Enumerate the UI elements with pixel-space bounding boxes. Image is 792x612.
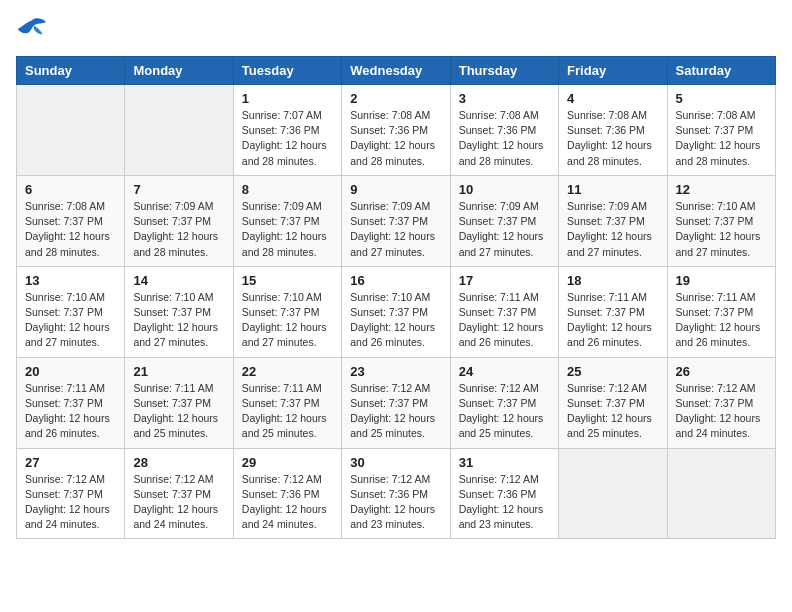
weekday-header: Tuesday xyxy=(233,57,341,85)
day-info: Sunrise: 7:10 AM Sunset: 7:37 PM Dayligh… xyxy=(133,290,224,351)
calendar-cell: 27Sunrise: 7:12 AM Sunset: 7:37 PM Dayli… xyxy=(17,448,125,539)
day-number: 5 xyxy=(676,91,767,106)
logo-icon xyxy=(16,16,48,44)
day-number: 30 xyxy=(350,455,441,470)
weekday-header: Sunday xyxy=(17,57,125,85)
calendar-table: SundayMondayTuesdayWednesdayThursdayFrid… xyxy=(16,56,776,539)
day-number: 24 xyxy=(459,364,550,379)
day-info: Sunrise: 7:08 AM Sunset: 7:36 PM Dayligh… xyxy=(567,108,658,169)
day-number: 8 xyxy=(242,182,333,197)
day-number: 23 xyxy=(350,364,441,379)
day-info: Sunrise: 7:09 AM Sunset: 7:37 PM Dayligh… xyxy=(567,199,658,260)
day-info: Sunrise: 7:08 AM Sunset: 7:36 PM Dayligh… xyxy=(459,108,550,169)
calendar-cell: 28Sunrise: 7:12 AM Sunset: 7:37 PM Dayli… xyxy=(125,448,233,539)
day-number: 2 xyxy=(350,91,441,106)
day-info: Sunrise: 7:11 AM Sunset: 7:37 PM Dayligh… xyxy=(242,381,333,442)
calendar-cell: 25Sunrise: 7:12 AM Sunset: 7:37 PM Dayli… xyxy=(559,357,667,448)
day-number: 3 xyxy=(459,91,550,106)
calendar-cell: 4Sunrise: 7:08 AM Sunset: 7:36 PM Daylig… xyxy=(559,85,667,176)
calendar-cell: 31Sunrise: 7:12 AM Sunset: 7:36 PM Dayli… xyxy=(450,448,558,539)
calendar-cell: 19Sunrise: 7:11 AM Sunset: 7:37 PM Dayli… xyxy=(667,266,775,357)
calendar-cell xyxy=(17,85,125,176)
calendar-cell: 9Sunrise: 7:09 AM Sunset: 7:37 PM Daylig… xyxy=(342,175,450,266)
day-number: 6 xyxy=(25,182,116,197)
day-number: 20 xyxy=(25,364,116,379)
day-info: Sunrise: 7:12 AM Sunset: 7:37 PM Dayligh… xyxy=(25,472,116,533)
day-info: Sunrise: 7:12 AM Sunset: 7:37 PM Dayligh… xyxy=(459,381,550,442)
day-info: Sunrise: 7:08 AM Sunset: 7:37 PM Dayligh… xyxy=(25,199,116,260)
day-number: 29 xyxy=(242,455,333,470)
day-number: 10 xyxy=(459,182,550,197)
calendar-cell: 17Sunrise: 7:11 AM Sunset: 7:37 PM Dayli… xyxy=(450,266,558,357)
logo xyxy=(16,16,52,44)
day-info: Sunrise: 7:09 AM Sunset: 7:37 PM Dayligh… xyxy=(350,199,441,260)
day-number: 22 xyxy=(242,364,333,379)
day-info: Sunrise: 7:09 AM Sunset: 7:37 PM Dayligh… xyxy=(133,199,224,260)
calendar-cell: 6Sunrise: 7:08 AM Sunset: 7:37 PM Daylig… xyxy=(17,175,125,266)
day-info: Sunrise: 7:11 AM Sunset: 7:37 PM Dayligh… xyxy=(676,290,767,351)
day-number: 28 xyxy=(133,455,224,470)
calendar-cell: 14Sunrise: 7:10 AM Sunset: 7:37 PM Dayli… xyxy=(125,266,233,357)
calendar-cell xyxy=(667,448,775,539)
weekday-header: Friday xyxy=(559,57,667,85)
day-info: Sunrise: 7:12 AM Sunset: 7:36 PM Dayligh… xyxy=(350,472,441,533)
day-info: Sunrise: 7:09 AM Sunset: 7:37 PM Dayligh… xyxy=(242,199,333,260)
day-info: Sunrise: 7:09 AM Sunset: 7:37 PM Dayligh… xyxy=(459,199,550,260)
day-info: Sunrise: 7:12 AM Sunset: 7:37 PM Dayligh… xyxy=(676,381,767,442)
day-number: 18 xyxy=(567,273,658,288)
day-number: 7 xyxy=(133,182,224,197)
day-info: Sunrise: 7:12 AM Sunset: 7:36 PM Dayligh… xyxy=(242,472,333,533)
day-number: 14 xyxy=(133,273,224,288)
calendar-cell: 10Sunrise: 7:09 AM Sunset: 7:37 PM Dayli… xyxy=(450,175,558,266)
calendar-week-row: 27Sunrise: 7:12 AM Sunset: 7:37 PM Dayli… xyxy=(17,448,776,539)
day-info: Sunrise: 7:12 AM Sunset: 7:37 PM Dayligh… xyxy=(133,472,224,533)
day-info: Sunrise: 7:11 AM Sunset: 7:37 PM Dayligh… xyxy=(567,290,658,351)
calendar-cell: 29Sunrise: 7:12 AM Sunset: 7:36 PM Dayli… xyxy=(233,448,341,539)
day-info: Sunrise: 7:08 AM Sunset: 7:36 PM Dayligh… xyxy=(350,108,441,169)
calendar-week-row: 20Sunrise: 7:11 AM Sunset: 7:37 PM Dayli… xyxy=(17,357,776,448)
calendar-cell: 2Sunrise: 7:08 AM Sunset: 7:36 PM Daylig… xyxy=(342,85,450,176)
calendar-cell xyxy=(125,85,233,176)
day-number: 13 xyxy=(25,273,116,288)
day-number: 31 xyxy=(459,455,550,470)
calendar-cell: 11Sunrise: 7:09 AM Sunset: 7:37 PM Dayli… xyxy=(559,175,667,266)
day-number: 21 xyxy=(133,364,224,379)
calendar-cell: 21Sunrise: 7:11 AM Sunset: 7:37 PM Dayli… xyxy=(125,357,233,448)
day-number: 25 xyxy=(567,364,658,379)
calendar-cell: 12Sunrise: 7:10 AM Sunset: 7:37 PM Dayli… xyxy=(667,175,775,266)
calendar-cell: 16Sunrise: 7:10 AM Sunset: 7:37 PM Dayli… xyxy=(342,266,450,357)
day-info: Sunrise: 7:07 AM Sunset: 7:36 PM Dayligh… xyxy=(242,108,333,169)
day-number: 9 xyxy=(350,182,441,197)
page-header xyxy=(16,16,776,44)
day-number: 19 xyxy=(676,273,767,288)
calendar-cell: 5Sunrise: 7:08 AM Sunset: 7:37 PM Daylig… xyxy=(667,85,775,176)
weekday-header: Saturday xyxy=(667,57,775,85)
weekday-header: Monday xyxy=(125,57,233,85)
day-info: Sunrise: 7:10 AM Sunset: 7:37 PM Dayligh… xyxy=(676,199,767,260)
calendar-cell: 24Sunrise: 7:12 AM Sunset: 7:37 PM Dayli… xyxy=(450,357,558,448)
day-info: Sunrise: 7:11 AM Sunset: 7:37 PM Dayligh… xyxy=(133,381,224,442)
calendar-cell: 23Sunrise: 7:12 AM Sunset: 7:37 PM Dayli… xyxy=(342,357,450,448)
calendar-week-row: 1Sunrise: 7:07 AM Sunset: 7:36 PM Daylig… xyxy=(17,85,776,176)
calendar-cell: 30Sunrise: 7:12 AM Sunset: 7:36 PM Dayli… xyxy=(342,448,450,539)
calendar-cell: 22Sunrise: 7:11 AM Sunset: 7:37 PM Dayli… xyxy=(233,357,341,448)
day-number: 4 xyxy=(567,91,658,106)
calendar-cell: 8Sunrise: 7:09 AM Sunset: 7:37 PM Daylig… xyxy=(233,175,341,266)
day-number: 12 xyxy=(676,182,767,197)
calendar-week-row: 6Sunrise: 7:08 AM Sunset: 7:37 PM Daylig… xyxy=(17,175,776,266)
day-info: Sunrise: 7:10 AM Sunset: 7:37 PM Dayligh… xyxy=(350,290,441,351)
calendar-cell xyxy=(559,448,667,539)
weekday-header: Thursday xyxy=(450,57,558,85)
day-info: Sunrise: 7:08 AM Sunset: 7:37 PM Dayligh… xyxy=(676,108,767,169)
day-number: 17 xyxy=(459,273,550,288)
day-info: Sunrise: 7:12 AM Sunset: 7:37 PM Dayligh… xyxy=(350,381,441,442)
day-number: 27 xyxy=(25,455,116,470)
calendar-cell: 3Sunrise: 7:08 AM Sunset: 7:36 PM Daylig… xyxy=(450,85,558,176)
day-info: Sunrise: 7:11 AM Sunset: 7:37 PM Dayligh… xyxy=(459,290,550,351)
day-info: Sunrise: 7:11 AM Sunset: 7:37 PM Dayligh… xyxy=(25,381,116,442)
day-number: 16 xyxy=(350,273,441,288)
weekday-header: Wednesday xyxy=(342,57,450,85)
day-number: 1 xyxy=(242,91,333,106)
day-number: 15 xyxy=(242,273,333,288)
calendar-cell: 20Sunrise: 7:11 AM Sunset: 7:37 PM Dayli… xyxy=(17,357,125,448)
